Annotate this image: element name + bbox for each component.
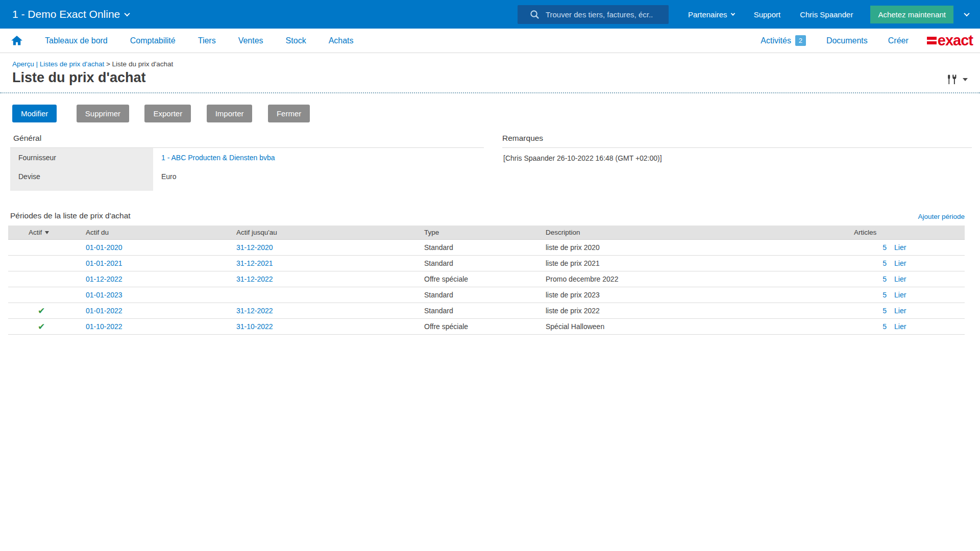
cell-actif-du: 01-12-2022	[78, 275, 228, 283]
nav-achats[interactable]: Achats	[329, 36, 354, 45]
breadcrumb-current: Liste du prix d'achat	[112, 60, 174, 68]
column-actif-du[interactable]: Actif du	[78, 229, 228, 236]
nav-tableaux-de-bord[interactable]: Tableaux de bord	[45, 36, 108, 45]
exact-logo[interactable]: exact	[927, 33, 973, 48]
supplier-link[interactable]: 1 - ABC Producten & Diensten bvba	[161, 154, 275, 162]
periods-table-body: ✔ 01-01-2020 31-12-2020 Standard liste d…	[8, 240, 965, 335]
lier-link[interactable]: Lier	[894, 275, 906, 283]
cell-articles: 5 Lier	[846, 275, 965, 283]
general-section-title: Général	[10, 134, 484, 147]
articles-count-link[interactable]: 5	[854, 291, 887, 299]
active-check-icon: ✔	[38, 322, 45, 331]
period-from-link[interactable]: 01-01-2020	[86, 243, 122, 252]
nav-stock[interactable]: Stock	[286, 36, 306, 45]
general-section: Général Fournisseur 1 - ABC Producten & …	[10, 134, 484, 191]
period-from-link[interactable]: 01-01-2022	[86, 307, 122, 315]
remarks-text: [Chris Spaander 26-10-2022 16:48 (GMT +0…	[502, 148, 972, 162]
general-fields: Fournisseur 1 - ABC Producten & Diensten…	[10, 148, 484, 191]
period-to-link[interactable]: 31-10-2022	[236, 322, 273, 331]
breadcrumb: Aperçu | Listes de prix d'achat > Liste …	[0, 53, 980, 68]
cell-type: Standard	[416, 243, 537, 252]
period-from-link[interactable]: 01-12-2022	[86, 275, 122, 283]
periods-table-header: Actif Actif du Actif jusqu'au Type Descr…	[8, 226, 965, 240]
lier-link[interactable]: Lier	[894, 322, 906, 331]
cell-actif-jusquau: 31-10-2022	[228, 322, 416, 331]
fermer-button[interactable]: Fermer	[268, 105, 310, 122]
topbar-right: Partenaires Support Chris Spaander Achet…	[518, 5, 972, 24]
cell-articles: 5 Lier	[846, 259, 965, 267]
cell-description: liste de prix 2021	[537, 259, 846, 267]
period-to-link[interactable]: 31-12-2022	[236, 307, 273, 315]
lier-link[interactable]: Lier	[894, 307, 906, 315]
global-search[interactable]	[518, 5, 669, 24]
period-from-link[interactable]: 01-01-2021	[86, 259, 122, 267]
period-from-link[interactable]: 01-10-2022	[86, 322, 122, 331]
modifier-button[interactable]: Modifier	[12, 105, 57, 122]
sort-desc-icon	[45, 231, 49, 234]
articles-count-link[interactable]: 5	[854, 322, 887, 331]
period-from-link[interactable]: 01-01-2023	[86, 291, 122, 299]
nav-documents[interactable]: Documents	[826, 36, 868, 45]
cell-actif-jusquau: 31-12-2021	[228, 259, 416, 267]
cell-actif-du: 01-01-2022	[78, 307, 228, 315]
info-sections: Général Fournisseur 1 - ABC Producten & …	[0, 122, 980, 191]
company-selector[interactable]: 1 - Demo Exact Online	[12, 8, 129, 20]
period-to-link[interactable]: 31-12-2022	[236, 275, 273, 283]
lier-link[interactable]: Lier	[894, 259, 906, 267]
supprimer-button[interactable]: Supprimer	[77, 105, 129, 122]
breadcrumb-link[interactable]: Aperçu | Listes de prix d'achat	[12, 60, 104, 68]
add-period-link[interactable]: Ajouter période	[918, 213, 965, 220]
periods-header: Périodes de la liste de prix d'achat Ajo…	[0, 191, 980, 226]
table-row: ✔ 01-01-2023 Standard liste de prix 2023…	[8, 287, 965, 303]
nav-activites[interactable]: Activités 2	[761, 35, 806, 46]
cell-description: liste de prix 2020	[537, 243, 846, 252]
user-menu[interactable]: Chris Spaander	[800, 10, 853, 19]
topbar-options-chevron-icon[interactable]	[964, 11, 969, 16]
cell-articles: 5 Lier	[846, 291, 965, 299]
importer-button[interactable]: Importer	[207, 105, 253, 122]
tools-icon	[946, 74, 958, 85]
support-link[interactable]: Support	[754, 10, 781, 19]
nav-tiers[interactable]: Tiers	[198, 36, 216, 45]
cell-type: Standard	[416, 259, 537, 267]
page-title: Liste du prix d'achat	[12, 70, 145, 86]
nav-creer[interactable]: Créer	[888, 36, 909, 45]
field-label: Devise	[10, 167, 153, 186]
column-articles[interactable]: Articles	[846, 229, 965, 236]
cell-type: Standard	[416, 291, 537, 299]
period-to-link[interactable]: 31-12-2020	[236, 243, 273, 252]
cell-description: liste de prix 2022	[537, 307, 846, 315]
table-row: ✔ 01-01-2020 31-12-2020 Standard liste d…	[8, 240, 965, 256]
cell-description: Spécial Halloween	[537, 322, 846, 331]
nav-ventes[interactable]: Ventes	[238, 36, 263, 45]
cell-actif: ✔	[8, 243, 78, 252]
column-actif[interactable]: Actif	[8, 229, 78, 236]
periods-table: Actif Actif du Actif jusqu'au Type Descr…	[8, 226, 965, 335]
exact-logo-text: exact	[938, 33, 973, 48]
active-check-icon: ✔	[38, 307, 45, 315]
articles-count-link[interactable]: 5	[854, 243, 887, 252]
lier-link[interactable]: Lier	[894, 291, 906, 299]
home-button[interactable]	[11, 36, 22, 45]
column-actif-jusquau[interactable]: Actif jusqu'au	[228, 229, 416, 236]
buy-now-button[interactable]: Achetez maintenant	[870, 6, 953, 23]
articles-count-link[interactable]: 5	[854, 307, 887, 315]
field-value: Euro	[153, 172, 177, 181]
column-actif-label: Actif	[29, 229, 42, 236]
topbar: 1 - Demo Exact Online Partenaires Suppor…	[0, 0, 980, 29]
customize-menu-button[interactable]	[946, 74, 968, 85]
search-input[interactable]	[546, 10, 653, 19]
lier-link[interactable]: Lier	[894, 243, 906, 252]
cell-articles: 5 Lier	[846, 307, 965, 315]
action-toolbar: Modifier Supprimer Exporter Importer Fer…	[0, 93, 980, 122]
partners-menu[interactable]: Partenaires	[688, 10, 734, 19]
column-description[interactable]: Description	[537, 229, 846, 236]
exporter-button[interactable]: Exporter	[144, 105, 191, 122]
main-nav: Tableaux de bord Comptabilité Tiers Vent…	[0, 29, 980, 53]
nav-comptabilite[interactable]: Comptabilité	[130, 36, 176, 45]
articles-count-link[interactable]: 5	[854, 275, 887, 283]
articles-count-link[interactable]: 5	[854, 259, 887, 267]
period-to-link[interactable]: 31-12-2021	[236, 259, 273, 267]
cell-actif-du: 01-01-2020	[78, 243, 228, 252]
column-type[interactable]: Type	[416, 229, 537, 236]
